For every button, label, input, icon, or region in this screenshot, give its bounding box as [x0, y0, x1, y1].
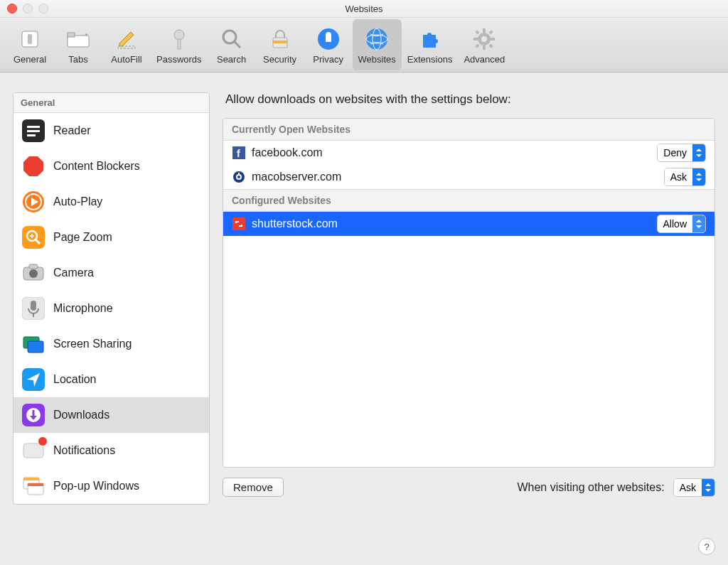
- remove-button-label: Remove: [233, 481, 273, 493]
- sidebar-item-popups[interactable]: Pop-up Windows: [14, 468, 209, 504]
- sidebar-item-label: Auto-Play: [53, 195, 102, 208]
- toolbar-label: Websites: [358, 54, 396, 65]
- toolbar-tab-extensions[interactable]: Extensions: [402, 19, 459, 70]
- toolbar-tab-privacy[interactable]: Privacy: [304, 19, 353, 70]
- window-title: Websites: [0, 4, 728, 14]
- svg-rect-21: [473, 38, 478, 41]
- sidebar-item-screen-sharing[interactable]: Screen Sharing: [14, 326, 209, 362]
- key-icon: [166, 26, 193, 53]
- toolbar-label: Tabs: [68, 54, 87, 65]
- svg-rect-25: [475, 43, 479, 48]
- play-icon: [22, 190, 45, 213]
- website-setting-popup[interactable]: Deny: [657, 144, 706, 162]
- svg-rect-56: [23, 478, 39, 480]
- remove-button[interactable]: Remove: [223, 478, 284, 497]
- toolbar-tab-tabs[interactable]: + Tabs: [54, 19, 102, 70]
- website-row-facebook[interactable]: f facebook.com Deny: [223, 141, 714, 165]
- svg-text:+: +: [85, 31, 88, 38]
- svg-rect-22: [491, 38, 495, 41]
- toolbar-label: Search: [217, 54, 246, 65]
- pencil-icon: [113, 26, 140, 53]
- svg-point-9: [223, 31, 236, 43]
- website-name: macobserver.com: [252, 171, 658, 183]
- toolbar-tab-search[interactable]: Search: [208, 19, 256, 70]
- svg-marker-70: [696, 225, 702, 228]
- tabs-icon: +: [65, 26, 92, 53]
- list-empty-space: [223, 236, 714, 467]
- zoom-icon: [22, 226, 45, 249]
- camera-icon: [22, 262, 45, 284]
- help-label: ?: [704, 542, 709, 552]
- microphone-icon: [22, 297, 45, 320]
- svg-point-14: [366, 28, 387, 50]
- toolbar-label: Advanced: [464, 54, 505, 65]
- sidebar-item-location[interactable]: Location: [14, 362, 209, 397]
- toolbar-tab-advanced[interactable]: Advanced: [458, 19, 510, 70]
- sidebar-item-auto-play[interactable]: Auto-Play: [14, 184, 209, 220]
- chevron-updown-icon: [692, 215, 705, 232]
- svg-rect-47: [28, 341, 43, 353]
- panel-heading: Allow downloads on websites with the set…: [225, 92, 715, 107]
- toolbar-label: Passwords: [156, 54, 202, 65]
- svg-rect-24: [489, 30, 493, 34]
- svg-rect-30: [27, 134, 36, 136]
- sidebar-item-reader[interactable]: Reader: [14, 113, 209, 149]
- sidebar-item-label: Page Zoom: [53, 231, 112, 244]
- sidebar-item-downloads[interactable]: Downloads: [14, 397, 209, 433]
- website-setting-popup[interactable]: Allow: [657, 215, 706, 233]
- svg-marker-71: [705, 483, 711, 486]
- stop-icon: [22, 155, 45, 178]
- toolbar-tab-security[interactable]: Security: [256, 19, 304, 70]
- toolbar-tab-autofill[interactable]: AutoFill: [102, 19, 151, 70]
- toolbar-tab-websites[interactable]: Websites: [353, 19, 402, 70]
- svg-point-18: [481, 36, 487, 42]
- svg-marker-67: [696, 178, 702, 181]
- website-name: shutterstock.com: [252, 217, 651, 230]
- macobserver-favicon-icon: [232, 170, 246, 184]
- sidebar-item-label: Notifications: [53, 444, 115, 457]
- popup-value: Allow: [658, 215, 692, 232]
- svg-rect-35: [22, 226, 45, 249]
- bottom-controls: Remove When visiting other websites: Ask: [223, 478, 715, 497]
- switch-icon: [16, 26, 43, 53]
- sidebar-item-microphone[interactable]: Microphone: [14, 291, 209, 326]
- toolbar-tab-general[interactable]: General: [6, 19, 54, 70]
- svg-rect-58: [28, 483, 43, 486]
- svg-rect-3: [68, 33, 75, 37]
- toolbar-label: AutoFill: [111, 54, 141, 65]
- preferences-toolbar: General + Tabs AutoFill Passwords Search: [0, 18, 728, 72]
- svg-rect-23: [475, 30, 479, 34]
- svg-marker-61: [696, 149, 702, 151]
- sidebar-item-label: Camera: [53, 267, 94, 279]
- svg-rect-29: [27, 130, 40, 132]
- svg-marker-62: [696, 154, 702, 157]
- svg-marker-69: [696, 220, 702, 222]
- sidebar-item-content-blockers[interactable]: Content Blockers: [14, 149, 209, 184]
- website-row-shutterstock[interactable]: shutterstock.com Allow: [223, 212, 714, 236]
- chevron-updown-icon: [702, 479, 714, 496]
- shutterstock-favicon-icon: [232, 217, 246, 231]
- other-websites-popup[interactable]: Ask: [673, 478, 715, 497]
- popup-value: Ask: [665, 168, 692, 185]
- sidebar-item-page-zoom[interactable]: Page Zoom: [14, 220, 209, 255]
- website-row-macobserver[interactable]: macobserver.com Ask: [223, 165, 714, 189]
- sidebar-item-label: Microphone: [53, 302, 113, 315]
- website-setting-popup[interactable]: Ask: [664, 168, 706, 186]
- svg-rect-8: [178, 39, 181, 49]
- notification-badge-icon: [38, 436, 48, 446]
- help-button[interactable]: ?: [698, 538, 715, 555]
- sidebar-item-camera[interactable]: Camera: [14, 255, 209, 291]
- svg-rect-19: [483, 28, 486, 33]
- titlebar: Websites: [0, 0, 728, 18]
- svg-rect-28: [27, 126, 40, 128]
- svg-rect-12: [273, 41, 287, 43]
- search-icon: [218, 26, 245, 53]
- other-websites-label: When visiting other websites:: [517, 481, 664, 494]
- svg-point-7: [174, 30, 184, 40]
- screens-icon: [22, 333, 45, 355]
- preferences-window: Websites General + Tabs AutoFill Passwor: [0, 0, 728, 565]
- hand-icon: [315, 26, 342, 53]
- toolbar-tab-passwords[interactable]: Passwords: [151, 19, 208, 70]
- windows-icon: [22, 475, 45, 497]
- sidebar-item-notifications[interactable]: Notifications: [14, 433, 209, 468]
